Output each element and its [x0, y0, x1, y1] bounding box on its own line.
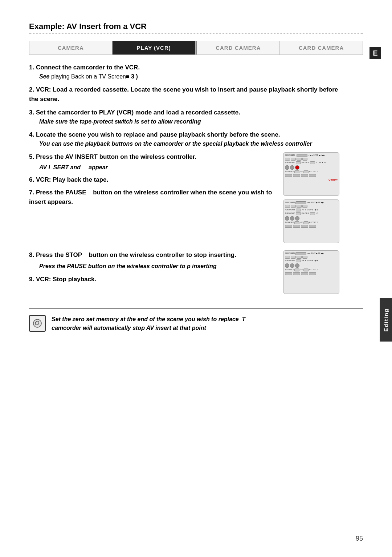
step-1-see: See playing Back on a TV Screen■ 3 ) — [39, 72, 341, 81]
step-1: 1. Connect the camcorder to the VCR. See… — [29, 63, 341, 81]
step-8: 8. Press the STOP button on the wireless… — [29, 250, 341, 298]
paperclip-icon — [32, 318, 42, 328]
editing-label: Editing — [383, 308, 389, 332]
step-3-note: Make sure the tape-protect switch is set… — [39, 117, 341, 126]
step-3: 3. Set the camcorder to PLAY (VCR) mode … — [29, 108, 341, 126]
note-box: Set the zero set memory at the end of th… — [29, 308, 363, 332]
dotted-divider — [29, 33, 363, 34]
remote-images-area: ZERO MEM -/◄◄ STOP ■ +/▶▶ AUDIO DUB — [283, 152, 341, 247]
step-9-line: 9. VCR: Stop playback. — [29, 275, 276, 284]
step-2: 2. VCR: Load a recorded cassette. Locate… — [29, 85, 341, 104]
step-3-text: 3. Set the camcorder to PLAY (VCR) mode … — [29, 108, 341, 117]
content-area: 1. Connect the camcorder to the VCR. See… — [29, 63, 341, 298]
section-title: Example: AV Insert from a VCR — [29, 22, 363, 31]
tab-card-camera-2[interactable]: CARD CAMERA — [280, 41, 363, 55]
step-5: 5. Press the AV INSERT button on the wir… — [29, 152, 341, 247]
step-8-text-area: 8. Press the STOP button on the wireless… — [29, 250, 276, 284]
e-badge: E — [369, 47, 381, 59]
step-4: 4. Locate the scene you wish to replace … — [29, 130, 341, 149]
step-8-note: Press the PAUSE button on the wireless c… — [39, 262, 276, 271]
step-4-text: 4. Locate the scene you wish to replace … — [29, 130, 341, 140]
remote-image-1: ZERO MEM -/◄◄ STOP ■ +/▶▶ AUDIO DUB — [283, 152, 339, 196]
editing-sidebar: Editing — [380, 298, 392, 342]
step-7-line: 7. Press the PAUSE button on the wireles… — [29, 188, 276, 207]
step-5-av-note: AV I SERT and appear — [39, 163, 276, 172]
step-4-note: You can use the playback buttons on the … — [39, 140, 341, 149]
page-number: 95 — [356, 535, 363, 542]
tab-camera[interactable]: CAMERA — [29, 41, 113, 55]
page: Example: AV Insert from a VCR CAMERA PLA… — [0, 0, 392, 557]
step-1-text: 1. Connect the camcorder to the VCR. — [29, 63, 341, 72]
remote-image-3: ZERO MEM ◄◄ PLAY ▶ FF ▶▶ AUDIO DUB — [283, 250, 339, 294]
step-2-text: 2. VCR: Load a recorded cassette. Locate… — [29, 85, 341, 104]
remote-image-2: ZERO MEM ◄◄ PLAY ▶ FF ▶▶ AUDIO DUB — [283, 199, 339, 243]
note-icon — [29, 315, 46, 332]
step-5-text-area: 5. Press the AV INSERT button on the wir… — [29, 152, 276, 207]
tab-play-vcr[interactable]: PLAY (VCR) — [113, 41, 196, 55]
step-6-line: 6. VCR: Play back the tape. — [29, 175, 276, 185]
svg-point-0 — [33, 319, 41, 327]
tab-card-camera-1[interactable]: CARD CAMERA — [197, 41, 280, 55]
step-8-line: 8. Press the STOP button on the wireless… — [29, 250, 276, 260]
note-text: Set the zero set memory at the end of th… — [52, 315, 245, 332]
mode-tabs: CAMERA PLAY (VCR) CARD CAMERA CARD CAMER… — [29, 41, 363, 55]
step-5-line: 5. Press the AV INSERT button on the wir… — [29, 152, 276, 162]
remote-image-3-area: ZERO MEM ◄◄ PLAY ▶ FF ▶▶ AUDIO DUB — [283, 250, 341, 298]
